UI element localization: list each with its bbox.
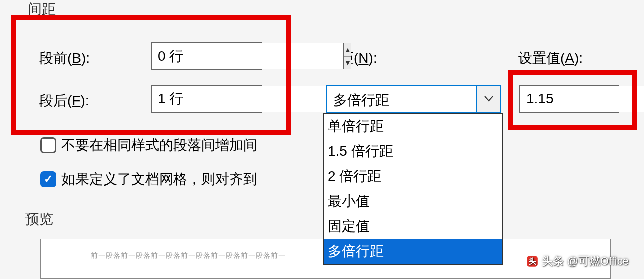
- line-spacing-dropdown[interactable]: 单倍行距 1.5 倍行距 2 倍行距 最小值 固定值 多倍行距: [323, 113, 503, 265]
- dropdown-option[interactable]: 2 倍行距: [324, 164, 502, 189]
- space-before-label: 段前(B):: [39, 49, 90, 68]
- highlight-box-spacing: [11, 15, 291, 135]
- watermark: 头 头条 @可燃Office: [526, 254, 629, 269]
- line-spacing-selected: 多倍行距: [327, 86, 476, 112]
- spinner-up-icon[interactable]: ▲: [344, 44, 351, 57]
- svg-text:头: 头: [529, 257, 536, 266]
- space-before-spinner[interactable]: ▲ ▼: [151, 42, 262, 70]
- space-after-input[interactable]: [152, 86, 343, 112]
- dropdown-option[interactable]: 1.5 倍行距: [324, 139, 502, 164]
- preview-section-title: 预览: [25, 210, 53, 229]
- space-after-spinner[interactable]: ▲ ▼: [151, 85, 262, 113]
- divider: [60, 10, 631, 10]
- line-spacing-combobox[interactable]: 多倍行距: [326, 85, 501, 113]
- chevron-down-icon[interactable]: [476, 86, 500, 112]
- checkbox-checked-icon[interactable]: ✓: [40, 172, 56, 188]
- dropdown-option[interactable]: 最小值: [324, 189, 502, 214]
- no-space-same-style-label: 不要在相同样式的段落间增加间: [61, 136, 257, 155]
- snap-to-grid-label: 如果定义了文档网格，则对齐到: [61, 170, 257, 189]
- set-value-input[interactable]: [520, 86, 644, 112]
- dropdown-option[interactable]: 单倍行距: [324, 114, 502, 139]
- no-space-same-style-row[interactable]: 不要在相同样式的段落间增加间: [40, 136, 257, 155]
- dropdown-option-selected[interactable]: 多倍行距: [324, 239, 502, 264]
- set-value-spinner[interactable]: ▲ ▼: [519, 85, 619, 113]
- spinner-down-icon[interactable]: ▼: [344, 57, 351, 70]
- checkbox-unchecked-icon[interactable]: [40, 138, 56, 154]
- dropdown-option[interactable]: 固定值: [324, 214, 502, 239]
- space-before-input[interactable]: [152, 44, 343, 70]
- snap-to-grid-row[interactable]: ✓ 如果定义了文档网格，则对齐到: [40, 170, 257, 189]
- watermark-text: 头条 @可燃Office: [542, 254, 629, 269]
- spacing-section-title: 间距: [28, 0, 56, 19]
- space-after-label: 段后(F):: [39, 92, 89, 110]
- set-value-label: 设置值(A):: [518, 49, 583, 68]
- toutiao-icon: 头: [526, 255, 539, 268]
